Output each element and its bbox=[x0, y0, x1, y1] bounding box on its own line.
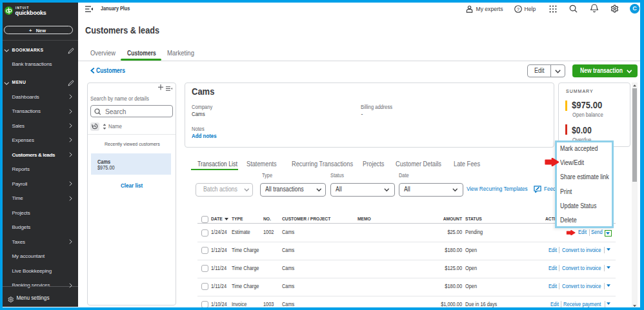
svg-text:?: ? bbox=[517, 6, 519, 12]
